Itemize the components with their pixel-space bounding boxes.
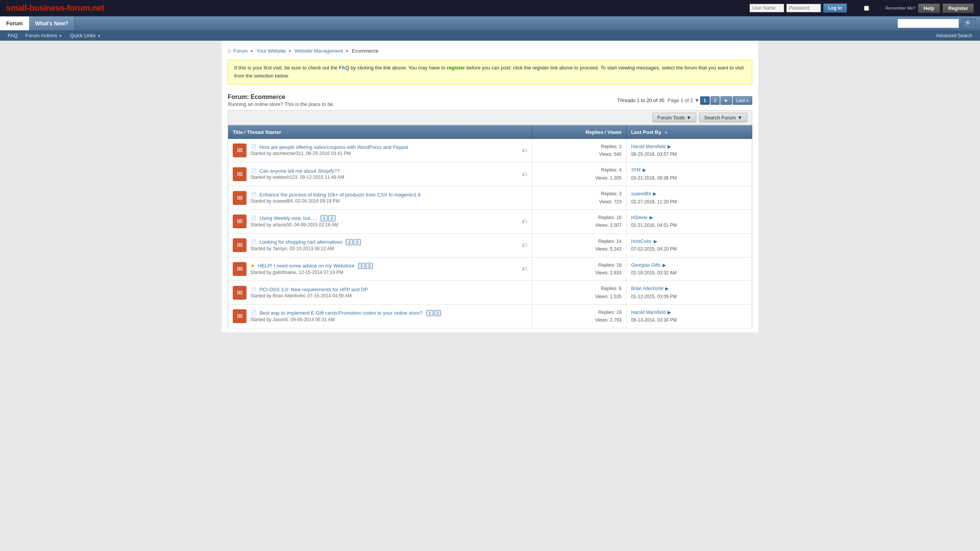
lastpost-info: 3YM ▶ 03-21-2016, 09:36 PM — [626, 162, 752, 186]
lastpost-author[interactable]: Georgias Gifts — [631, 262, 661, 268]
thread-title-link[interactable]: Enhance the process of listing 10k+ of p… — [260, 192, 421, 198]
subnav: FAQ Forum Actions ▼ Quick Links ▼ Advanc… — [0, 30, 980, 41]
tools-bar: Forum Tools ▼ Search Forum ▼ — [228, 110, 752, 125]
thread-replies-cell: Replies: 4Views: 1,305 — [532, 162, 626, 186]
lastpost-author[interactable]: Brian Altenhofel — [631, 286, 663, 291]
tag-icon[interactable]: 🏷 — [522, 218, 527, 224]
col-replies: Replies / Views — [532, 125, 626, 139]
page-2-btn[interactable]: 2 — [710, 96, 720, 105]
lastpost-author[interactable]: 3YM — [631, 167, 641, 173]
thread-page-link[interactable]: 2 — [354, 239, 360, 245]
breadcrumb-sep1: ► — [250, 48, 254, 53]
nav-tabs: Forum What's New? — [0, 16, 75, 30]
nav-search: 🔍 — [893, 16, 980, 30]
thread-starter: Started by artanis50, 04-09-2015 02:16 A… — [250, 222, 518, 228]
col-lastpost: Last Post By ▼ — [626, 125, 752, 139]
login-button[interactable]: Log in — [823, 3, 847, 13]
tab-whats-new[interactable]: What's New? — [29, 16, 75, 30]
page-last-btn[interactable]: Last » — [733, 96, 752, 105]
thread-title-link[interactable]: Best way to implement E-Gift cards/Promo… — [260, 310, 423, 316]
goto-icon[interactable]: ▶ — [653, 191, 656, 196]
advanced-search-link[interactable]: Advanced Search — [933, 31, 975, 41]
page-next-btn[interactable]: ► — [720, 96, 732, 105]
thread-title-link[interactable]: Can anyone tell me about Shopify?? — [260, 168, 340, 174]
thread-status-icon: ✉ — [233, 214, 247, 228]
tag-icon[interactable]: 🏷 — [522, 147, 527, 153]
tag-icon[interactable]: 🏷 — [522, 171, 527, 177]
thread-lastpost-cell: 3YM ▶ 03-21-2016, 09:36 PM — [626, 162, 752, 186]
thread-status-icon: ✉ — [233, 262, 247, 276]
notice-register-link[interactable]: register — [447, 65, 465, 71]
remember-checkbox[interactable] — [849, 6, 884, 11]
notice-faq-link[interactable]: FAQ — [339, 65, 349, 71]
help-button[interactable]: Help — [918, 3, 940, 13]
thread-page-link[interactable]: 2 — [434, 310, 441, 316]
thread-page-link[interactable]: 1 — [321, 215, 327, 221]
lastpost-author[interactable]: HostColor — [631, 239, 651, 244]
logo-accent: .net — [90, 3, 104, 13]
search-forum-button[interactable]: Search Forum ▼ — [699, 113, 747, 122]
thread-status-icon: ✉ — [233, 238, 247, 252]
replies-info: Replies: 3Views: 723 — [532, 186, 626, 210]
tag-icon[interactable]: 🏷 — [522, 242, 527, 248]
thread-title-link[interactable]: How are people offering sales/coupons wi… — [260, 144, 408, 150]
thread-info: 📄 Looking for shopping cart alternatives… — [250, 239, 518, 251]
forum-header: Forum: Ecommerce Running an online store… — [228, 87, 752, 110]
forum-description: Running an online store? This is the pla… — [228, 101, 334, 107]
thread-title-link[interactable]: Using Weebly now, but..... — [260, 215, 317, 221]
username-input[interactable] — [750, 4, 784, 12]
thread-title-link[interactable]: PCI-DSS 3.0: New requirements for HPP an… — [260, 287, 368, 292]
thread-title-row: 📄 Enhance the process of listing 10k+ of… — [250, 192, 527, 198]
remember-me: Remember Me? — [849, 6, 916, 11]
goto-icon[interactable]: ▶ — [643, 167, 646, 173]
lastpost-info: HSteele ▶ 01-21-2016, 04:51 PM — [626, 210, 752, 233]
breadcrumb-forum[interactable]: Forum — [233, 48, 248, 54]
page-controls: Page 1 of 2 ▼ 1 2 ► Last » — [668, 96, 752, 105]
thread-page-link[interactable]: 2 — [366, 263, 373, 269]
goto-icon[interactable]: ▶ — [668, 144, 671, 149]
breadcrumb-your-website[interactable]: Your Website — [257, 48, 286, 54]
faq-link[interactable]: FAQ — [5, 30, 21, 41]
table-row: ✉ 📄 Best way to implement E-Gift cards/P… — [228, 305, 752, 328]
thread-page-links: 12 — [321, 215, 335, 221]
lastpost-date: 02-27-2016, 11:20 PM — [631, 199, 677, 205]
thread-count: Threads 1 to 20 of 35 — [617, 97, 664, 103]
goto-icon[interactable]: ▶ — [665, 286, 669, 291]
goto-icon[interactable]: ▶ — [649, 215, 653, 220]
search-input[interactable] — [898, 19, 959, 28]
thread-info: 📄 Can anyone tell me about Shopify?? Sta… — [250, 168, 518, 180]
thread-title-row: 📄 Best way to implement E-Gift cards/Pro… — [250, 310, 527, 316]
subnav-links: FAQ Forum Actions ▼ Quick Links ▼ — [5, 30, 104, 41]
lastpost-author[interactable]: ssaeed84 — [631, 191, 651, 196]
quick-links-link[interactable]: Quick Links ▼ — [67, 30, 104, 41]
page-1-btn[interactable]: 1 — [700, 96, 710, 105]
thread-starter: Started by Brian Altenhofel, 07-16-2014 … — [250, 293, 527, 299]
breadcrumb-website-management[interactable]: Website Management — [294, 48, 343, 54]
thread-title-link[interactable]: Looking for shopping cart alternatives — [260, 239, 342, 245]
thread-page-link[interactable]: 2 — [328, 215, 335, 221]
breadcrumb: ⌂ Forum ► Your Website ► Website Managem… — [228, 45, 752, 57]
forum-actions-link[interactable]: Forum Actions ▼ — [22, 30, 66, 41]
thread-status-icon: ✉ — [233, 167, 247, 181]
doc-icon: 📄 — [250, 192, 257, 198]
search-button[interactable]: 🔍 — [962, 18, 975, 28]
goto-icon[interactable]: ▶ — [654, 239, 657, 244]
lastpost-author[interactable]: Harold Mansfield — [631, 310, 666, 315]
table-row: ✉ 📄 PCI-DSS 3.0: New requirements for HP… — [228, 281, 752, 305]
lastpost-info: Harold Mansfield ▶ 06-25-2016, 03:57 PM — [626, 139, 752, 162]
lastpost-author[interactable]: HSteele — [631, 215, 648, 220]
lastpost-author[interactable]: Harold Mansfield — [631, 144, 666, 149]
thread-page-link[interactable]: 1 — [426, 310, 433, 316]
password-input[interactable] — [786, 4, 821, 12]
forum-tools-button[interactable]: Forum Tools ▼ — [653, 113, 696, 122]
register-button[interactable]: Register — [942, 3, 974, 13]
goto-icon[interactable]: ▶ — [668, 310, 671, 315]
thread-page-link[interactable]: 1 — [358, 263, 365, 269]
tab-forum[interactable]: Forum — [0, 16, 29, 30]
goto-icon[interactable]: ▶ — [663, 262, 666, 268]
thread-title-link[interactable]: HELP! I need some advice on my Webstore — [258, 263, 355, 269]
tag-icon[interactable]: 🏷 — [522, 266, 527, 272]
page-dropdown[interactable]: Page 1 of 2 ▼ — [668, 97, 699, 103]
thread-page-link[interactable]: 1 — [346, 239, 353, 245]
doc-icon: 📄 — [250, 144, 257, 150]
